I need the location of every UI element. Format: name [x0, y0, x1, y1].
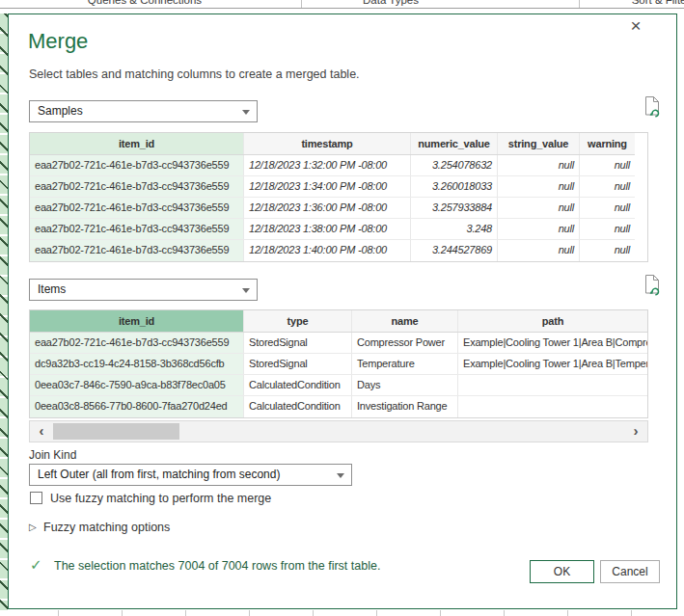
column-header-name[interactable]: name — [352, 310, 458, 332]
grid-line — [504, 610, 505, 616]
table-row: eaa27b02-721c-461e-b7d3-cc943736e559 12/… — [30, 219, 635, 240]
cell-path: Example|Cooling Tower 1|Area B|Compress — [458, 333, 647, 353]
column-header-string-value[interactable]: string_value — [498, 133, 580, 154]
cell-name: Temperature — [352, 354, 458, 374]
cancel-button[interactable]: Cancel — [600, 560, 660, 583]
check-icon: ✓ — [30, 556, 42, 574]
cell-timestamp: 12/18/2023 1:32:00 PM -08:00 — [244, 155, 411, 175]
scroll-right-icon[interactable]: › — [627, 421, 644, 442]
cell-timestamp: 12/18/2023 1:34:00 PM -08:00 — [244, 176, 411, 197]
table-row: eaa27b02-721c-461e-b7d3-cc943736e559 12/… — [30, 176, 635, 198]
cell-item-id: eaa27b02-721c-461e-b7d3-cc943736e559 — [30, 198, 244, 218]
cell-item-id: 0eea03c7-846c-7590-a9ca-b83f78ec0a05 — [30, 375, 244, 395]
horizontal-scrollbar[interactable]: ‹ › — [29, 420, 648, 442]
ribbon-separator — [301, 0, 302, 8]
samples-preview-table: item_id timestamp numeric_value string_v… — [29, 132, 648, 262]
grid-line — [58, 610, 59, 616]
cell-item-id: eaa27b02-721c-461e-b7d3-cc943736e559 — [30, 176, 244, 197]
cell-path — [458, 396, 647, 417]
grid-line — [376, 610, 377, 616]
grid-line — [567, 610, 568, 616]
cell-string-value: null — [498, 198, 580, 218]
samples-header-row: item_id timestamp numeric_value string_v… — [30, 133, 635, 155]
scrollbar-thumb[interactable] — [53, 423, 179, 440]
table-row: eaa27b02-721c-461e-b7d3-cc943736e559 12/… — [30, 240, 635, 261]
cell-name: Days — [352, 375, 458, 395]
cell-numeric-value: 3.257933884 — [411, 198, 498, 218]
cell-timestamp: 12/18/2023 1:36:00 PM -08:00 — [244, 198, 411, 218]
ribbon-group-sort-filter: Sort & Filter — [622, 0, 684, 6]
grid-line — [185, 610, 186, 616]
cell-numeric-value: 3.260018033 — [411, 176, 498, 197]
cell-item-id: eaa27b02-721c-461e-b7d3-cc943736e559 — [30, 240, 244, 261]
cell-string-value: null — [498, 240, 580, 261]
refresh-preview-icon[interactable] — [643, 95, 662, 119]
worksheet-edge-pattern — [0, 13, 8, 610]
chevron-down-icon — [242, 288, 250, 293]
column-header-type[interactable]: type — [244, 310, 352, 332]
ribbon-bottom-border — [0, 8, 684, 9]
ribbon-group-queries: Queries & Connections — [39, 0, 251, 6]
cell-numeric-value: 3.254078632 — [411, 155, 498, 175]
table-row: 0eea03c7-846c-7590-a9ca-b83f78ec0a05 Cal… — [30, 375, 647, 396]
cell-string-value: null — [498, 176, 580, 197]
cell-name: Investigation Range — [352, 396, 458, 417]
table-row: dc9a32b3-cc19-4c24-8158-3b368cd56cfb Sto… — [30, 354, 647, 375]
column-header-item-id[interactable]: item_id — [30, 310, 244, 332]
cell-warning: null — [580, 176, 635, 197]
column-header-timestamp[interactable]: timestamp — [244, 133, 411, 154]
scroll-left-icon[interactable]: ‹ — [33, 421, 50, 442]
cell-item-id: 0eea03c8-8566-77b0-8600-7faa270d24ed — [30, 396, 244, 417]
cell-type: CalculatedCondition — [244, 375, 352, 395]
dialog-subtitle: Select tables and matching columns to cr… — [29, 67, 360, 81]
items-preview-table: item_id type name path eaa27b02-721c-461… — [29, 309, 648, 418]
ribbon-group-data-types: Data Types — [318, 0, 463, 6]
close-icon[interactable]: × — [625, 15, 646, 37]
cell-warning: null — [580, 155, 635, 175]
cell-name: Compressor Power — [352, 333, 458, 353]
chevron-down-icon — [337, 473, 344, 478]
ok-button[interactable]: OK — [530, 560, 594, 583]
cell-timestamp: 12/18/2023 1:38:00 PM -08:00 — [244, 219, 411, 239]
cell-warning: null — [580, 219, 635, 239]
cell-numeric-value: 3.244527869 — [411, 240, 498, 261]
cell-item-id: eaa27b02-721c-461e-b7d3-cc943736e559 — [30, 333, 244, 353]
table-row: eaa27b02-721c-461e-b7d3-cc943736e559 12/… — [30, 198, 635, 219]
first-table-select[interactable]: Samples — [29, 100, 258, 122]
grid-line — [249, 610, 250, 616]
cell-path: Example|Cooling Tower 1|Area B|Temperat — [458, 354, 647, 374]
ribbon-separator — [579, 0, 580, 8]
join-kind-select[interactable]: Left Outer (all from first, matching fro… — [29, 464, 352, 486]
grid-line — [122, 610, 123, 616]
second-table-select[interactable]: Items — [29, 279, 258, 301]
cell-string-value: null — [498, 155, 580, 175]
cell-type: StoredSignal — [244, 354, 352, 374]
cell-item-id: eaa27b02-721c-461e-b7d3-cc943736e559 — [30, 155, 244, 175]
first-table-select-value: Samples — [38, 104, 83, 118]
column-header-item-id[interactable]: item_id — [30, 133, 244, 154]
table-row: 0eea03c8-8566-77b0-8600-7faa270d24ed Cal… — [30, 396, 647, 417]
cell-warning: null — [580, 198, 635, 218]
cell-item-id: eaa27b02-721c-461e-b7d3-cc943736e559 — [30, 219, 244, 239]
cell-timestamp: 12/18/2023 1:40:00 PM -08:00 — [244, 240, 411, 261]
status-message: The selection matches 7004 of 7004 rows … — [54, 559, 380, 573]
fuzzy-matching-checkbox-label: Use fuzzy matching to perform the merge — [50, 492, 271, 505]
cell-type: StoredSignal — [244, 333, 352, 353]
join-kind-select-value: Left Outer (all from first, matching fro… — [38, 468, 280, 481]
column-header-path[interactable]: path — [458, 310, 647, 332]
grid-line — [313, 610, 314, 616]
join-kind-label: Join Kind — [29, 448, 76, 462]
second-table-select-value: Items — [38, 282, 66, 296]
fuzzy-matching-checkbox[interactable] — [30, 492, 42, 504]
cell-warning: null — [580, 240, 635, 261]
fuzzy-options-expander[interactable]: Fuzzy matching options — [43, 521, 170, 534]
cell-numeric-value: 3.248 — [411, 219, 498, 239]
cell-path — [458, 375, 647, 395]
column-header-warning[interactable]: warning — [580, 133, 635, 154]
column-header-numeric-value[interactable]: numeric_value — [411, 133, 498, 154]
refresh-preview-icon[interactable] — [643, 274, 662, 297]
grid-line — [631, 610, 632, 616]
grid-line — [440, 610, 441, 616]
expander-triangle-icon[interactable]: ▷ — [29, 522, 37, 532]
cell-item-id: dc9a32b3-cc19-4c24-8158-3b368cd56cfb — [30, 354, 244, 374]
